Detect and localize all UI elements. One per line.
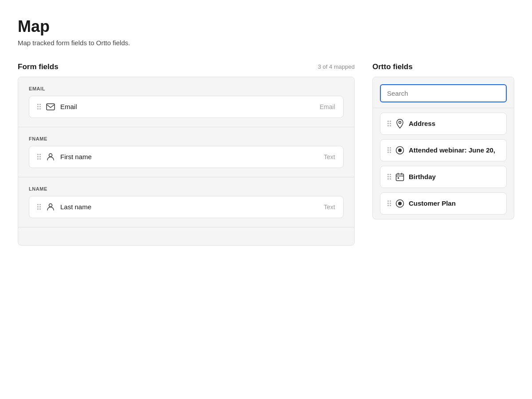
address-drag-handle[interactable] xyxy=(387,121,391,126)
svg-point-9 xyxy=(398,202,402,205)
address-item-name: Address xyxy=(409,120,435,127)
svg-point-2 xyxy=(49,203,52,207)
fname-field-type: Text xyxy=(324,153,335,160)
page-header: Map Map tracked form fields to Ortto fie… xyxy=(18,18,514,47)
lname-field-name: Last name xyxy=(60,203,91,211)
fname-field-card: First name Text xyxy=(29,146,344,168)
email-field-type: Email xyxy=(320,103,335,110)
ortto-fields-title: Ortto fields xyxy=(372,63,413,71)
webinar-drag-handle[interactable] xyxy=(387,147,391,153)
fname-drag-handle[interactable] xyxy=(37,154,41,160)
address-icon xyxy=(395,119,404,128)
customer-plan-drag-handle[interactable] xyxy=(387,200,391,206)
ortto-item-address[interactable]: Address xyxy=(380,113,507,135)
mapped-count: 3 of 4 mapped xyxy=(318,63,355,70)
svg-point-3 xyxy=(399,121,401,123)
email-section-label: EMAIL xyxy=(29,86,344,91)
svg-rect-0 xyxy=(47,104,55,110)
fname-section: FNAME F xyxy=(18,127,354,177)
lname-drag-handle[interactable] xyxy=(37,204,41,210)
customer-plan-item-name: Customer Plan xyxy=(409,200,456,207)
lname-field-left: Last name xyxy=(37,203,91,211)
webinar-item-name: Attended webinar: June 20, xyxy=(409,146,495,154)
ortto-fields-header: Ortto fields xyxy=(372,63,514,71)
person-icon xyxy=(46,153,55,161)
empty-section xyxy=(18,227,354,245)
form-fields-header: Form fields 3 of 4 mapped xyxy=(18,63,355,71)
lname-section-label: LNAME xyxy=(29,186,344,192)
birthday-item-name: Birthday xyxy=(409,173,436,180)
form-fields-column: Form fields 3 of 4 mapped EMAIL xyxy=(18,63,355,246)
email-field-left: Email xyxy=(37,102,77,111)
svg-rect-6 xyxy=(396,174,404,180)
page-title: Map xyxy=(18,18,514,35)
form-fields-title: Form fields xyxy=(18,63,59,71)
svg-point-5 xyxy=(398,149,402,152)
ortto-item-customer-plan[interactable]: Customer Plan xyxy=(380,192,507,215)
ortto-panel: Address Attended webinar: June 20, xyxy=(372,77,514,219)
ortto-item-webinar[interactable]: Attended webinar: June 20, xyxy=(380,139,507,161)
lname-section: LNAME L xyxy=(18,177,354,227)
radio-icon-customer xyxy=(395,199,404,208)
calendar-icon xyxy=(395,172,404,181)
fname-field-left: First name xyxy=(37,153,92,161)
email-section: EMAIL E xyxy=(18,77,354,127)
search-container xyxy=(373,77,514,108)
search-input[interactable] xyxy=(380,84,507,102)
email-icon xyxy=(46,102,55,111)
ortto-fields-column: Ortto fields Address xyxy=(372,63,514,219)
svg-point-1 xyxy=(49,153,52,156)
columns-wrapper: Form fields 3 of 4 mapped EMAIL xyxy=(18,63,514,246)
ortto-item-birthday[interactable]: Birthday xyxy=(380,166,507,188)
fname-field-name: First name xyxy=(60,153,92,160)
email-drag-handle[interactable] xyxy=(37,104,41,110)
lname-field-type: Text xyxy=(324,203,335,211)
birthday-drag-handle[interactable] xyxy=(387,174,391,180)
person-icon-lname xyxy=(46,203,55,211)
page-subtitle: Map tracked form fields to Ortto fields. xyxy=(18,39,514,47)
form-fields-panel: EMAIL E xyxy=(18,77,355,246)
email-field-name: Email xyxy=(60,103,77,110)
email-field-card: Email Email xyxy=(29,96,344,118)
fname-section-label: FNAME xyxy=(29,136,344,141)
radio-icon-webinar xyxy=(395,146,404,155)
svg-rect-7 xyxy=(398,177,399,179)
lname-field-card: Last name Text xyxy=(29,196,344,218)
